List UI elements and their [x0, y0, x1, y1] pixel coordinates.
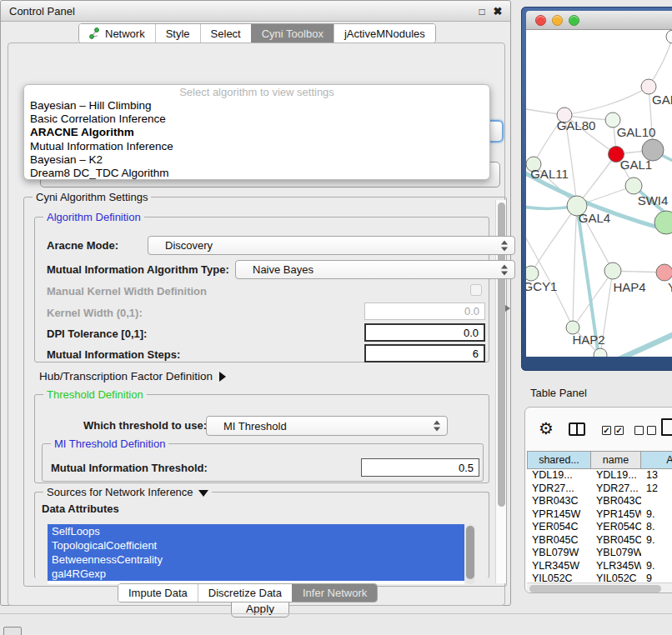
checked-checkbox-icon[interactable]: ✓: [602, 426, 611, 435]
settings-group-title: Cyni Algorithm Settings: [33, 191, 151, 203]
table-cell[interactable]: YPR145W: [527, 508, 591, 522]
column-header-name[interactable]: name: [591, 451, 641, 469]
unchecked-checkbox-icon[interactable]: [634, 426, 644, 435]
table-row[interactable]: YDR27...YDR27...12: [527, 482, 672, 496]
algorithm-item[interactable]: Dream8 DC_TDC Algorithm: [24, 167, 489, 180]
table-cell[interactable]: YBR045C: [591, 534, 641, 548]
unchecked-checkbox-icon[interactable]: [647, 426, 656, 435]
mi-algorithm-type-combobox[interactable]: Naive Bayes: [235, 260, 515, 279]
dpi-tolerance-field[interactable]: 0.0: [364, 323, 485, 342]
network-edge[interactable]: [649, 37, 672, 87]
table-cell[interactable]: YIL052C: [591, 572, 641, 582]
table-row[interactable]: YER054CYER054C8.: [527, 521, 672, 534]
network-node[interactable]: [625, 178, 642, 194]
document-icon[interactable]: [661, 418, 672, 436]
table-horizontal-scrollbar[interactable]: [527, 582, 672, 592]
gear-icon[interactable]: ⚙: [539, 419, 554, 438]
tab-discretize-data[interactable]: Discretize Data: [198, 584, 292, 602]
table-cell[interactable]: YPR145W: [591, 508, 641, 522]
network-window-titlebar[interactable]: [526, 11, 672, 30]
table-cell[interactable]: YBL079W: [527, 547, 591, 560]
zoom-traffic-light-icon[interactable]: [569, 15, 579, 26]
attributes-list-scrollbar[interactable]: [465, 524, 475, 584]
table-cell[interactable]: YBR043C: [591, 495, 641, 508]
table-cell[interactable]: [641, 547, 672, 560]
attribute-item-selected[interactable]: SelfLoops: [48, 524, 464, 538]
manual-kernel-width-checkbox[interactable]: [470, 284, 482, 296]
column-view-icon[interactable]: [569, 422, 585, 436]
network-node[interactable]: [654, 211, 672, 234]
table-row[interactable]: YBR043CYBR043C: [527, 495, 672, 508]
attribute-item-selected[interactable]: gal4RGexp: [48, 567, 464, 581]
tab-jactivemnodules[interactable]: jActiveMNodules: [333, 24, 435, 42]
column-header-shared-name[interactable]: shared...: [527, 451, 591, 469]
node-label: Y: [668, 280, 672, 294]
table-cell[interactable]: YIL052C: [527, 572, 591, 582]
algorithm-item[interactable]: Mutual Information Inference: [24, 140, 489, 153]
tab-impute-data[interactable]: Impute Data: [118, 584, 198, 602]
scrollbar-thumb[interactable]: [529, 585, 661, 592]
network-node[interactable]: [666, 30, 672, 43]
tab-cyni-toolbox[interactable]: Cyni Toolbox: [251, 24, 333, 42]
aracne-mode-combobox[interactable]: Discovery: [148, 236, 515, 255]
algorithm-item[interactable]: Bayesian – K2: [24, 153, 489, 167]
minimize-traffic-light-icon[interactable]: [552, 15, 563, 26]
table-cell[interactable]: YER054C: [527, 521, 591, 534]
tab-infer-network[interactable]: Infer Network: [292, 584, 377, 602]
table-cell[interactable]: 8.: [641, 521, 672, 534]
tab-style[interactable]: Style: [155, 24, 200, 42]
attribute-item-selected[interactable]: BetweennessCentrality: [48, 552, 464, 567]
close-window-icon[interactable]: ✖: [491, 5, 504, 18]
checked-checkbox-icon[interactable]: ✓: [614, 426, 624, 435]
table-cell[interactable]: YBL079W: [591, 547, 641, 560]
table-row[interactable]: YLR345WYLR345W9.: [527, 560, 672, 573]
algorithm-item[interactable]: Basic Correlation Inference: [24, 112, 489, 126]
table-row[interactable]: YBL079WYBL079W: [527, 547, 672, 560]
table-cell[interactable]: YDR27...: [591, 482, 641, 496]
column-header-next[interactable]: A: [641, 451, 672, 469]
network-node[interactable]: [604, 262, 621, 279]
hub-definition-expander[interactable]: Hub/Transcription Factor Definition: [39, 370, 226, 382]
table-cell[interactable]: 9.: [641, 534, 672, 548]
network-edge[interactable]: [564, 87, 649, 115]
table-cell[interactable]: [641, 495, 672, 508]
table-row[interactable]: YPR145WYPR145W9.: [527, 508, 672, 522]
which-threshold-combobox[interactable]: MI Threshold: [206, 416, 448, 436]
table-cell[interactable]: 9.: [641, 508, 672, 522]
table-cell[interactable]: YDL19...: [591, 469, 641, 482]
scrollbar-thumb[interactable]: [466, 526, 474, 579]
table-row[interactable]: YIL052CYIL052C9: [527, 572, 672, 582]
table-cell[interactable]: 9.: [641, 560, 672, 573]
algorithm-item-selected[interactable]: ARACNE Algorithm: [24, 126, 489, 139]
network-edge[interactable]: [531, 206, 577, 273]
attribute-item-selected[interactable]: TopologicalCoefficient: [48, 538, 464, 552]
algorithm-item[interactable]: Bayesian – Hill Climbing: [24, 99, 489, 112]
close-traffic-light-icon[interactable]: [535, 15, 546, 26]
settings-vertical-scrollbar[interactable]: [495, 200, 506, 583]
mi-threshold-field[interactable]: 0.5: [361, 458, 479, 477]
algorithm-placeholder-item[interactable]: Select algorithm to view settings: [24, 86, 489, 99]
tab-select[interactable]: Select: [200, 24, 251, 42]
table-cell[interactable]: YLR345W: [591, 560, 641, 573]
tab-network[interactable]: Network: [79, 24, 155, 42]
table-cell[interactable]: YDR27...: [527, 482, 591, 496]
network-canvas[interactable]: GALGAL80GAL10GAL1GAL11SWI4GAL4GCY1HAP4YH…: [526, 30, 672, 357]
table-cell[interactable]: 9: [641, 572, 672, 582]
network-node[interactable]: [656, 264, 672, 281]
minimized-panel-button[interactable]: [3, 627, 22, 635]
table-cell[interactable]: 13: [641, 469, 672, 482]
mi-steps-field[interactable]: 6: [364, 344, 485, 362]
table-cell[interactable]: 12: [641, 482, 672, 496]
table-cell[interactable]: YDL19...: [527, 469, 591, 482]
table-cell[interactable]: YBR045C: [527, 534, 591, 548]
kernel-width-field[interactable]: 0.0: [364, 302, 485, 320]
network-edge[interactable]: [573, 206, 577, 328]
table-cell[interactable]: YBR043C: [527, 495, 591, 508]
splitter-arrow-icon[interactable]: [505, 305, 510, 312]
table-cell[interactable]: YER054C: [591, 521, 641, 534]
float-window-icon[interactable]: □: [475, 5, 489, 18]
table-row[interactable]: YDL19...YDL19...13: [527, 469, 672, 482]
table-row[interactable]: YBR045CYBR045C9.: [527, 534, 672, 548]
table-cell[interactable]: YLR345W: [527, 560, 591, 573]
network-edge[interactable]: [609, 330, 672, 357]
